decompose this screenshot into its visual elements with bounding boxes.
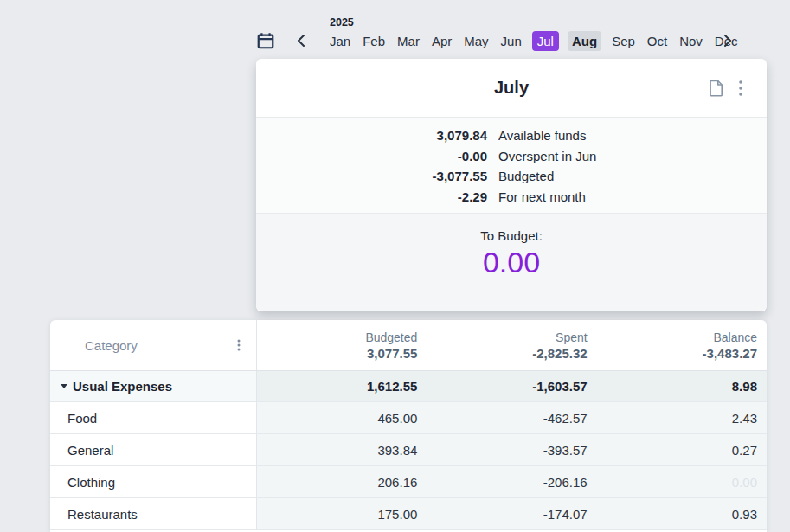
budgeted-amount: -3,077.55 [256, 169, 487, 183]
category-row-food: Food 465.00 -462.57 2.43 [50, 402, 767, 434]
category-group-row[interactable]: Usual Expenses 1,612.55 -1,603.57 8.98 [50, 371, 767, 402]
month-summary-card: July 3,079.84 Available funds -0.00 Over… [256, 59, 767, 311]
funds-row-budgeted: -3,077.55 Budgeted [256, 166, 767, 187]
month-jan[interactable]: Jan [328, 31, 352, 51]
group-name: Usual Expenses [73, 379, 172, 394]
budgeted-column-total: 3,077.55 [257, 346, 417, 361]
overspent-label: Overspent in Jun [498, 149, 596, 163]
next-month-amount: -2.29 [256, 189, 487, 204]
month-nov[interactable]: Nov [678, 31, 704, 51]
funds-row-overspent: -0.00 Overspent in Jun [256, 146, 767, 167]
budget-table: Category Budgeted 3,077.55 Spent -2,825.… [50, 320, 767, 532]
funds-row-next-month: -2.29 For next month [256, 187, 767, 208]
prev-month-button[interactable] [295, 34, 307, 48]
category-cell[interactable]: Restaurants [50, 498, 257, 529]
month-aug[interactable]: Aug [568, 31, 601, 51]
month-title: July [494, 78, 529, 98]
budgeted-cell[interactable]: 206.16 [257, 466, 427, 497]
balance-column-total: -3,483.27 [597, 346, 757, 361]
note-icon[interactable] [710, 80, 723, 97]
group-spent-cell[interactable]: -1,603.57 [427, 371, 596, 401]
category-row-general: General 393.84 -393.57 0.27 [50, 434, 767, 466]
number-cells: 175.00 -174.07 0.93 [257, 498, 767, 529]
month-jul-selected[interactable]: Jul [532, 31, 559, 51]
spent-column-total: -2,825.32 [427, 346, 587, 361]
group-category-cell[interactable]: Usual Expenses [50, 371, 257, 401]
category-name: Clothing [67, 475, 115, 490]
budgeted-column-label: Budgeted [257, 330, 417, 344]
spent-cell[interactable]: -393.57 [427, 434, 596, 465]
kebab-menu-icon[interactable] [739, 80, 742, 96]
category-row-restaurants: Restaurants 175.00 -174.07 0.93 [50, 498, 767, 530]
spent-cell[interactable]: -174.07 [427, 498, 596, 529]
number-cells: 393.84 -393.57 0.27 [257, 434, 767, 465]
group-balance-cell[interactable]: 8.98 [597, 371, 767, 401]
totals-header: Budgeted 3,077.55 Spent -2,825.32 Balanc… [257, 320, 767, 370]
balance-cell[interactable]: 0.93 [597, 498, 767, 529]
year-label: 2025 [330, 16, 354, 29]
available-funds-amount: 3,079.84 [256, 128, 487, 143]
category-name: Restaurants [67, 507, 138, 522]
month-oct[interactable]: Oct [645, 31, 669, 51]
to-budget-value[interactable]: 0.00 [256, 246, 767, 279]
balance-column-label: Balance [597, 330, 757, 344]
balance-column-header: Balance -3,483.27 [597, 320, 767, 370]
category-name: Food [67, 411, 97, 426]
category-cell[interactable]: General [50, 434, 257, 465]
number-cells: 206.16 -206.16 0.00 [257, 466, 767, 497]
budgeted-cell[interactable]: 465.00 [257, 402, 427, 433]
overspent-amount: -0.00 [256, 149, 487, 163]
month-list: Jan Feb Mar Apr May Jun Jul Aug Sep Oct … [328, 31, 740, 51]
category-cell[interactable]: Clothing [50, 466, 257, 497]
calendar-icon[interactable] [256, 31, 275, 50]
category-name: General [67, 443, 113, 458]
number-cells: 465.00 -462.57 2.43 [257, 402, 767, 433]
balance-cell[interactable]: 2.43 [597, 402, 767, 433]
budgeted-label: Budgeted [498, 169, 554, 183]
spent-cell[interactable]: -206.16 [427, 466, 596, 497]
card-header: July [256, 59, 767, 117]
to-budget-section: To Budget: 0.00 [256, 214, 767, 311]
month-mar[interactable]: Mar [395, 31, 421, 51]
balance-cell[interactable]: 0.27 [597, 434, 767, 465]
spent-column-label: Spent [427, 330, 587, 344]
month-may[interactable]: May [462, 31, 490, 51]
funds-row-available: 3,079.84 Available funds [256, 125, 767, 146]
month-feb[interactable]: Feb [361, 31, 387, 51]
budgeted-cell[interactable]: 393.84 [257, 434, 427, 465]
group-budgeted-cell[interactable]: 1,612.55 [257, 371, 427, 401]
category-header-cell: Category [50, 320, 257, 370]
to-budget-label: To Budget: [256, 228, 767, 243]
budgeted-cell[interactable]: 175.00 [257, 498, 427, 529]
next-month-button[interactable] [722, 34, 734, 48]
budgeted-column-header: Budgeted 3,077.55 [257, 320, 427, 370]
next-month-label: For next month [498, 189, 586, 204]
month-sep[interactable]: Sep [610, 31, 637, 51]
month-jun[interactable]: Jun [499, 31, 523, 51]
funds-summary: 3,079.84 Available funds -0.00 Overspent… [256, 117, 767, 214]
group-number-cells: 1,612.55 -1,603.57 8.98 [257, 371, 767, 401]
category-cell[interactable]: Food [50, 402, 257, 433]
spent-cell[interactable]: -462.57 [427, 402, 596, 433]
month-apr[interactable]: Apr [430, 31, 453, 51]
category-header-label: Category [85, 338, 138, 353]
balance-cell-zero[interactable]: 0.00 [597, 466, 767, 497]
available-funds-label: Available funds [498, 128, 586, 143]
spent-column-header: Spent -2,825.32 [427, 320, 596, 370]
category-menu-icon[interactable] [237, 339, 241, 351]
category-row-clothing: Clothing 206.16 -206.16 0.00 [50, 466, 767, 498]
collapse-chevron-icon[interactable] [61, 384, 67, 388]
table-header: Category Budgeted 3,077.55 Spent -2,825.… [50, 320, 767, 371]
